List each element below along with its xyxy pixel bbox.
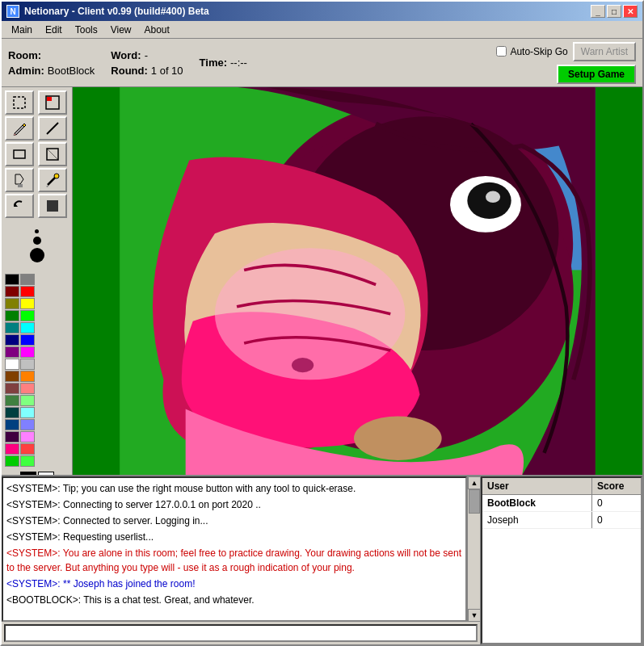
color-row xyxy=(5,298,69,309)
color-swatch[interactable] xyxy=(20,359,35,370)
menu-tools[interactable]: Tools xyxy=(69,23,104,37)
toolbar xyxy=(2,87,73,475)
color-row xyxy=(5,359,69,370)
color-swatch[interactable] xyxy=(20,322,35,333)
color-swatch[interactable] xyxy=(5,371,19,382)
chat-scrollbar: ▲ ▼ xyxy=(467,476,480,622)
image-tool[interactable] xyxy=(38,90,67,115)
color-swatch[interactable] xyxy=(5,322,19,333)
warn-artist-button[interactable]: Warn Artist xyxy=(573,42,636,61)
pencil-tool[interactable] xyxy=(5,116,34,141)
color-swatch[interactable] xyxy=(20,346,35,358)
word-value: - xyxy=(145,49,148,61)
color-swatch[interactable] xyxy=(5,455,19,467)
menu-main[interactable]: Main xyxy=(5,23,39,37)
canvas-area[interactable] xyxy=(73,87,642,475)
auto-skip-checkbox[interactable] xyxy=(496,46,507,57)
score-column-header: Score xyxy=(592,478,641,494)
color-swatch[interactable] xyxy=(20,431,35,443)
color-swatch[interactable] xyxy=(20,371,35,382)
line-tool[interactable] xyxy=(38,116,67,141)
color-row xyxy=(5,443,69,455)
chat-input-row xyxy=(2,622,480,644)
color-swatch[interactable] xyxy=(5,274,19,285)
scroll-up-button[interactable]: ▲ xyxy=(468,476,480,489)
svg-rect-2 xyxy=(47,97,52,101)
room-label: Room: xyxy=(8,49,41,61)
color-swatch[interactable] xyxy=(5,334,19,346)
color-swatch[interactable] xyxy=(20,383,35,394)
chat-input[interactable] xyxy=(4,624,478,642)
menu-about[interactable]: About xyxy=(138,23,176,37)
round-value: 1 of 10 xyxy=(151,65,183,77)
room-row: Room: xyxy=(8,49,95,61)
chat-area: <SYSTEM>: Tip; you can use the right mou… xyxy=(2,476,481,644)
chat-message: <SYSTEM>: Requesting userlist... xyxy=(6,530,462,544)
auto-skip-row: Auto-Skip Go Warn Artist xyxy=(496,42,636,61)
rectangle-tool[interactable] xyxy=(5,142,34,166)
color-swatch[interactable] xyxy=(5,443,19,455)
color-swatch[interactable] xyxy=(20,310,35,321)
color-row xyxy=(5,395,69,406)
svg-rect-0 xyxy=(14,97,25,108)
fill-tool[interactable] xyxy=(5,168,34,192)
scroll-track xyxy=(468,489,480,609)
color-swatch[interactable] xyxy=(20,419,35,430)
room-group: Room: Admin: BootBlock xyxy=(8,49,95,77)
scores-panel: User Score BootBlock0Joseph0 xyxy=(481,476,642,644)
chat-message: <SYSTEM>: You are alone in this room; fe… xyxy=(6,546,462,575)
table-row: Joseph0 xyxy=(482,512,641,529)
color-swatch[interactable] xyxy=(5,431,19,443)
color-swatch[interactable] xyxy=(20,286,35,297)
color-swatch[interactable] xyxy=(20,407,35,418)
brush-large[interactable] xyxy=(30,248,44,262)
round-row: Round: 1 of 10 xyxy=(111,65,183,77)
color-swatch[interactable] xyxy=(20,274,35,285)
color-swatch[interactable] xyxy=(5,395,19,406)
color-swatch[interactable] xyxy=(20,298,35,309)
drawing-surface[interactable] xyxy=(73,87,642,475)
menu-edit[interactable]: Edit xyxy=(39,23,69,37)
color-swatch[interactable] xyxy=(5,383,19,394)
maximize-button[interactable]: □ xyxy=(607,5,621,18)
close-button[interactable]: ✕ xyxy=(623,5,638,18)
color-swatch[interactable] xyxy=(5,346,19,358)
main-content xyxy=(2,87,642,475)
brush-small[interactable] xyxy=(35,229,39,233)
color-swatch[interactable] xyxy=(20,395,35,406)
scroll-thumb[interactable] xyxy=(469,489,480,514)
color-swatch[interactable] xyxy=(5,407,19,418)
admin-value: BootBlock xyxy=(48,65,95,77)
menu-view[interactable]: View xyxy=(104,23,138,37)
color-swatch[interactable] xyxy=(5,298,19,309)
undo-tool[interactable] xyxy=(5,194,34,218)
color-swatch[interactable] xyxy=(5,310,19,321)
brush-medium[interactable] xyxy=(33,237,41,245)
word-group: Word: - Round: 1 of 10 xyxy=(111,49,183,77)
scroll-down-button[interactable]: ▼ xyxy=(468,609,480,622)
color-row xyxy=(5,274,69,285)
score-cell: 0 xyxy=(592,495,641,511)
color-swatch[interactable] xyxy=(20,334,35,346)
select-tool[interactable] xyxy=(5,90,34,115)
title-bar-left: N Netionary - Client v0.99 (build#400) B… xyxy=(6,5,209,18)
chat-messages: <SYSTEM>: Tip; you can use the right mou… xyxy=(2,476,467,622)
color-swatch[interactable] xyxy=(5,359,19,370)
color-swatch[interactable] xyxy=(20,455,35,467)
window-title: Netionary - Client v0.99 (build#400) Bet… xyxy=(24,6,209,17)
color-row xyxy=(5,407,69,418)
color-swatch[interactable] xyxy=(5,419,19,430)
color-swatch[interactable] xyxy=(20,443,35,455)
minimize-button[interactable]: _ xyxy=(591,5,605,18)
dark-square-tool[interactable] xyxy=(38,194,67,218)
auto-skip-label: Auto-Skip Go xyxy=(510,46,567,57)
color-swatch[interactable] xyxy=(5,286,19,297)
oval-tool[interactable] xyxy=(38,142,67,166)
eyedropper-tool[interactable] xyxy=(38,168,67,192)
word-row: Word: - xyxy=(111,49,183,61)
color-row xyxy=(5,286,69,297)
svg-line-9 xyxy=(48,178,55,185)
setup-game-button[interactable]: Setup Game xyxy=(557,65,636,84)
color-row xyxy=(5,455,69,467)
chat-message: <SYSTEM>: Connecting to server 127.0.0.1… xyxy=(6,497,462,512)
